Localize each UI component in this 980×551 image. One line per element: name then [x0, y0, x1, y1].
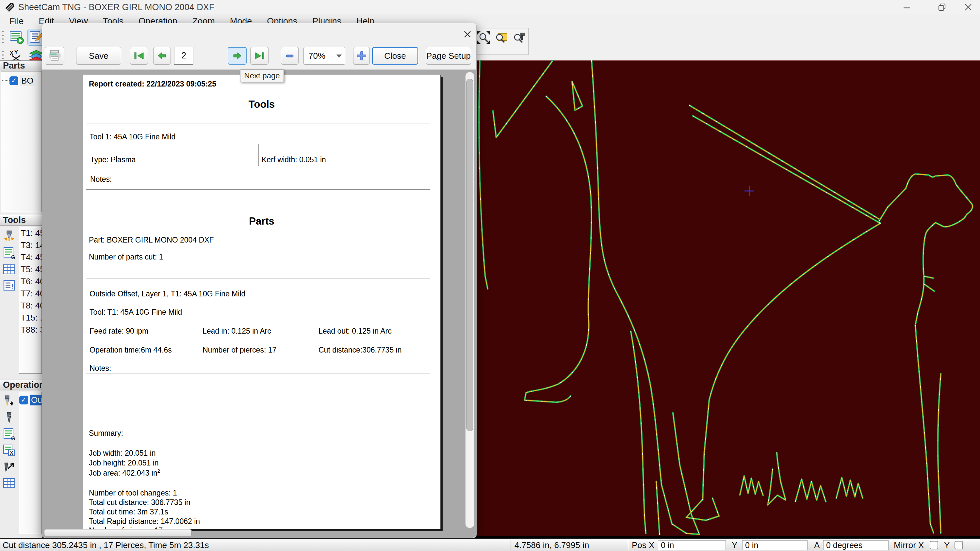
tool-item[interactable]: T4: 45 — [19, 251, 41, 264]
tool-item[interactable]: T15: . — [19, 312, 41, 324]
page-setup-button[interactable]: Page Setup — [426, 47, 471, 65]
report-tools-heading: Tools — [83, 98, 440, 110]
zoom-in-button[interactable] — [353, 47, 370, 65]
pos-y-label: Y — [732, 539, 737, 551]
mirror-y-checkbox[interactable] — [955, 541, 963, 549]
scrollbar-thumb[interactable] — [466, 79, 473, 431]
pos-y-field[interactable]: 0 in — [742, 540, 808, 550]
operation-label: Ou — [30, 395, 42, 405]
first-page-button[interactable] — [130, 47, 148, 65]
window-title: SheetCam TNG - BOXER GIRL MONO 2004 DXF — [18, 2, 214, 13]
operations-icon-column: G X — [0, 391, 18, 490]
restore-button[interactable] — [930, 0, 954, 14]
svg-text:X: X — [10, 50, 13, 56]
title-bar: SheetCam TNG - BOXER GIRL MONO 2004 DXF — [0, 0, 980, 14]
gcode-operation-icon[interactable]: G — [2, 428, 16, 441]
move-operation-icon[interactable] — [2, 460, 16, 473]
tool-item[interactable]: T3: 14 — [19, 239, 41, 251]
gcode-list-icon[interactable]: G — [2, 246, 16, 259]
zoom-extents-icon — [477, 31, 490, 44]
operation-item[interactable]: ✓ Ou — [19, 393, 41, 407]
lead-out: Lead out: 0.125 in Arc — [318, 327, 392, 335]
tool-item[interactable]: T5: 45 — [19, 264, 41, 275]
page-number-input[interactable] — [174, 47, 193, 65]
run-post-processor-button[interactable] — [8, 29, 25, 46]
status-divider — [511, 540, 511, 550]
status-cut-summary: Cut distance 305.2435 in , 17 Pierces, T… — [3, 539, 209, 551]
chevron-down-icon — [336, 54, 342, 58]
preview-vertical-scrollbar[interactable] — [466, 72, 474, 528]
preview-horizontal-scrollbar[interactable] — [44, 529, 192, 536]
app-logo-icon — [4, 2, 15, 13]
next-page-icon — [232, 51, 242, 60]
operation-time: Operation time:6m 44.6s — [89, 346, 172, 354]
tool-table: Tool 1: 45A 10G Fine Mild Type: Plasma K… — [86, 123, 430, 166]
jet-cut-operation-icon[interactable] — [2, 395, 16, 408]
tool-table-icon[interactable] — [2, 263, 16, 276]
last-page-button[interactable] — [250, 47, 269, 65]
restore-icon — [937, 3, 947, 12]
tool-type: Type: Plasma — [90, 156, 135, 164]
minimize-button[interactable] — [895, 0, 919, 14]
preview-area: Report created: 22/12/2023 09:05:25 Tool… — [42, 70, 476, 538]
operations-panel: G X — [0, 391, 43, 535]
mirror-x-checkbox[interactable] — [930, 541, 938, 549]
printer-icon — [48, 49, 61, 62]
part-name: Part: BOXER GIRL MONO 2004 DXF — [89, 236, 214, 245]
svg-text:Y: Y — [14, 49, 18, 55]
status-divider — [628, 540, 628, 550]
parts-tree: ✓ BO — [1, 71, 42, 212]
angle-label: A — [814, 539, 819, 551]
tool-kerf: Kerf width: 0.051 in — [262, 156, 326, 164]
tool-changes: Number of tool changes: 1 — [89, 489, 177, 497]
zoom-window-button[interactable] — [493, 30, 509, 45]
job-area-superscript: 2 — [158, 468, 160, 474]
print-preview-dialog: Save 70% Close Pa — [42, 23, 477, 538]
close-preview-button[interactable]: Close — [372, 47, 418, 65]
delete-operation-icon[interactable]: X — [2, 444, 16, 457]
svg-text:X: X — [10, 450, 13, 456]
tool-item[interactable]: T88: 3 — [19, 324, 41, 336]
status-bar: Cut distance 305.2435 in , 17 Pierces, T… — [0, 538, 980, 551]
zoom-out-button[interactable] — [281, 47, 299, 65]
next-page-tooltip: Next page — [240, 69, 284, 82]
previous-page-button[interactable] — [153, 47, 171, 65]
close-icon — [964, 3, 973, 12]
next-page-button[interactable] — [228, 47, 247, 65]
tool-item[interactable]: T7: 40 — [19, 287, 41, 300]
print-button[interactable] — [45, 47, 64, 65]
zoom-extents-button[interactable] — [476, 30, 491, 45]
tool-item[interactable]: T6: 40 — [19, 275, 41, 287]
run-post-icon — [9, 30, 24, 44]
mirror-y-label: Y — [944, 539, 950, 551]
menu-file[interactable]: File — [2, 14, 31, 28]
total-cut-time: Total cut time: 3m 37.1s — [89, 508, 168, 516]
zoom-toolbar — [474, 28, 528, 55]
tool-item[interactable]: T8: 40 — [19, 300, 41, 312]
plasma-tool-icon[interactable] — [2, 230, 16, 243]
parts-tree-item[interactable]: ✓ BO — [1, 74, 41, 87]
dialog-close-button[interactable] — [461, 28, 474, 41]
last-page-icon — [254, 51, 265, 60]
total-cut-distance: Total cut distance: 306.7735 in — [89, 498, 191, 507]
tool-info-icon[interactable]: ! — [2, 279, 16, 292]
zoom-level-value: 70% — [309, 51, 325, 61]
close-window-button[interactable] — [956, 0, 980, 14]
operation-table-icon[interactable] — [2, 476, 16, 490]
tree-branch — [2, 80, 10, 81]
zoom-level-select[interactable]: 70% — [304, 47, 345, 65]
feed-rate: Feed rate: 90 ipm — [89, 327, 148, 335]
operation-pierces: Number of pierces: 17 — [202, 346, 276, 354]
tool-notes: Notes: — [90, 175, 112, 184]
save-button[interactable]: Save — [76, 47, 121, 65]
angle-field[interactable]: 0 degrees — [823, 540, 889, 550]
operation-checkbox[interactable]: ✓ — [19, 395, 28, 405]
toolbar-grip[interactable] — [1, 30, 5, 44]
operations-list: ✓ Ou — [19, 392, 42, 534]
part-checkbox[interactable]: ✓ — [10, 76, 18, 85]
zoom-machine-button[interactable] — [512, 30, 527, 45]
drill-operation-icon[interactable] — [2, 411, 16, 424]
svg-text:G: G — [11, 436, 15, 441]
tool-item[interactable]: T1: 45 — [19, 227, 41, 239]
pos-x-field[interactable]: 0 in — [658, 540, 726, 550]
